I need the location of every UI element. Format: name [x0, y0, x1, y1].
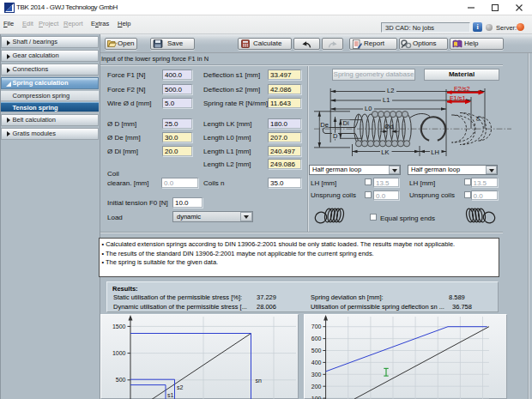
- svg-text:200: 200: [311, 384, 322, 390]
- svg-text:Ød: Ød: [384, 123, 393, 130]
- svg-text:s2: s2: [177, 384, 184, 390]
- svg-text:500: 500: [311, 348, 322, 354]
- svg-text:1000: 1000: [112, 350, 126, 356]
- svg-text:500: 500: [116, 377, 126, 383]
- svg-text:D: D: [333, 132, 338, 140]
- svg-text:De: De: [320, 121, 329, 129]
- svg-text:F1/s1: F1/s1: [450, 94, 466, 102]
- svg-text:δ: δ: [476, 116, 480, 122]
- svg-text:LK: LK: [381, 148, 389, 156]
- svg-text:L2: L2: [387, 87, 394, 94]
- svg-text:LH: LH: [431, 148, 439, 156]
- svg-text:Di: Di: [343, 119, 349, 127]
- svg-text:L1: L1: [383, 96, 390, 104]
- svg-text:100: 100: [311, 396, 322, 399]
- svg-text:600: 600: [311, 336, 322, 342]
- svg-text:700: 700: [311, 323, 322, 329]
- svg-text:1500: 1500: [112, 323, 126, 329]
- svg-text:s1: s1: [167, 392, 174, 398]
- svg-text:400: 400: [311, 360, 322, 366]
- svg-text:L0: L0: [365, 105, 372, 112]
- svg-text:sn: sn: [256, 378, 263, 384]
- svg-text:300: 300: [311, 372, 322, 378]
- svg-text:F2/s2: F2/s2: [454, 85, 470, 93]
